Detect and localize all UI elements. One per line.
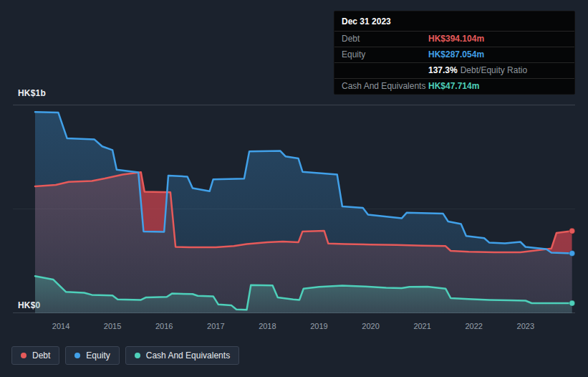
tooltip-debt-label: Debt	[342, 34, 428, 44]
x-axis-label: 2016	[155, 322, 173, 330]
x-axis-label: 2014	[52, 322, 69, 330]
tooltip-ratio-value: 137.3%Debt/Equity Ratio	[428, 65, 567, 75]
legend-item-debt[interactable]: Debt	[11, 346, 59, 365]
debt-equity-chart-svg[interactable]	[13, 105, 575, 313]
tooltip-row-cash: Cash And Equivalents HK$47.714m	[334, 78, 574, 94]
x-axis-label: 2015	[104, 322, 121, 330]
ratio-number: 137.3%	[428, 65, 458, 75]
legend-label-equity: Equity	[86, 350, 110, 361]
legend-dot-debt	[21, 353, 26, 358]
tooltip-debt-value: HK$394.104m	[428, 34, 567, 44]
debt-end-dot[interactable]	[569, 228, 575, 234]
tooltip-equity-value: HK$287.054m	[428, 49, 567, 59]
legend-item-equity[interactable]: Equity	[65, 346, 119, 365]
legend-label-cash: Cash And Equivalents	[146, 350, 230, 361]
tooltip-cash-value: HK$47.714m	[428, 81, 567, 91]
ratio-label: Debt/Equity Ratio	[461, 65, 527, 75]
equity-end-dot[interactable]	[569, 251, 575, 257]
x-axis-label: 2022	[465, 322, 482, 330]
tooltip-row-debt: Debt HK$394.104m	[334, 31, 574, 47]
x-axis-label: 2017	[207, 322, 224, 330]
x-axis-label: 2020	[362, 322, 379, 330]
legend-dot-cash	[135, 353, 140, 358]
x-axis-label: 2018	[259, 322, 276, 330]
debt-equity-history-panel: HK$1b HK$0 20142015201620172018201920202…	[0, 0, 588, 377]
tooltip-equity-label: Equity	[342, 49, 428, 59]
legend-dot-equity	[74, 353, 80, 358]
y-axis-label-1b: HK$1b	[18, 88, 46, 98]
tooltip-date: Dec 31 2023	[334, 11, 574, 31]
chart-tooltip: Dec 31 2023 Debt HK$394.104m Equity HK$2…	[334, 11, 575, 95]
tooltip-cash-label: Cash And Equivalents	[342, 81, 428, 91]
x-axis-label: 2021	[413, 322, 430, 330]
chart-legend: Debt Equity Cash And Equivalents	[11, 346, 239, 365]
x-axis-label: 2023	[517, 322, 534, 330]
legend-label-debt: Debt	[32, 350, 50, 361]
tooltip-row-ratio: 137.3%Debt/Equity Ratio	[334, 62, 574, 78]
cash-end-dot[interactable]	[569, 300, 575, 306]
x-axis-label: 2019	[310, 322, 327, 330]
tooltip-row-equity: Equity HK$287.054m	[334, 47, 574, 62]
x-axis: 2014201520162017201820192020202120222023	[0, 322, 588, 333]
legend-item-cash[interactable]: Cash And Equivalents	[125, 346, 239, 365]
